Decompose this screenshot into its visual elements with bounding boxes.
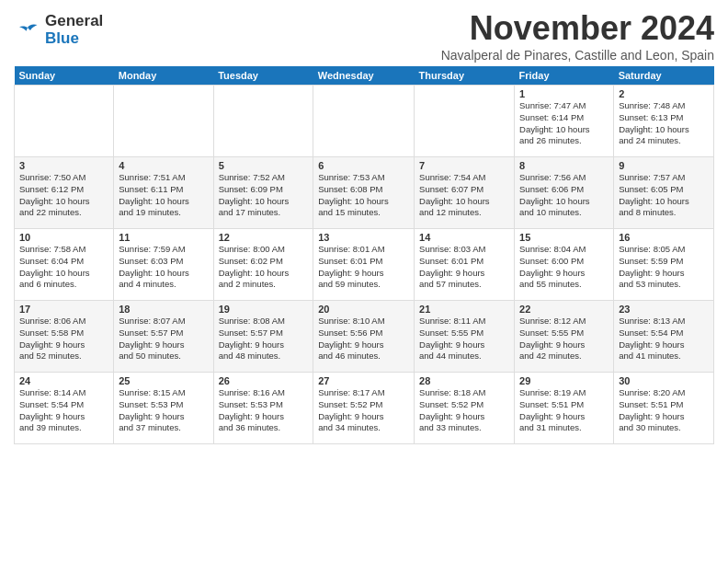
day-cell: 28Sunrise: 8:18 AM Sunset: 5:52 PM Dayli… — [415, 373, 515, 444]
day-number: 11 — [119, 232, 208, 243]
week-row-5: 24Sunrise: 8:14 AM Sunset: 5:54 PM Dayli… — [15, 373, 714, 444]
day-cell: 21Sunrise: 8:11 AM Sunset: 5:55 PM Dayli… — [415, 301, 515, 373]
day-number: 26 — [219, 375, 309, 386]
day-cell: 5Sunrise: 7:52 AM Sunset: 6:09 PM Daylig… — [213, 157, 313, 229]
header-cell-thursday: Thursday — [415, 66, 515, 86]
day-cell: 6Sunrise: 7:53 AM Sunset: 6:08 PM Daylig… — [313, 157, 415, 229]
header: General Blue November 2024 Navalperal de… — [14, 9, 714, 63]
day-cell: 30Sunrise: 8:20 AM Sunset: 5:51 PM Dayli… — [614, 373, 714, 444]
day-info: Sunrise: 8:16 AM Sunset: 5:53 PM Dayligh… — [219, 387, 309, 434]
day-info: Sunrise: 7:56 AM Sunset: 6:06 PM Dayligh… — [519, 172, 609, 219]
day-info: Sunrise: 8:00 AM Sunset: 6:02 PM Dayligh… — [219, 244, 309, 291]
day-cell: 12Sunrise: 8:00 AM Sunset: 6:02 PM Dayli… — [213, 229, 313, 301]
calendar-body: 1Sunrise: 7:47 AM Sunset: 6:14 PM Daylig… — [15, 86, 714, 444]
day-cell: 1Sunrise: 7:47 AM Sunset: 6:14 PM Daylig… — [515, 86, 614, 157]
day-cell: 11Sunrise: 7:59 AM Sunset: 6:03 PM Dayli… — [114, 229, 213, 301]
day-cell — [415, 86, 515, 157]
day-number: 16 — [619, 232, 709, 243]
location-subtitle: Navalperal de Pinares, Castille and Leon… — [441, 48, 714, 63]
day-number: 9 — [619, 160, 709, 171]
day-cell: 15Sunrise: 8:04 AM Sunset: 6:00 PM Dayli… — [515, 229, 614, 301]
day-number: 4 — [119, 160, 208, 171]
day-cell: 18Sunrise: 8:07 AM Sunset: 5:57 PM Dayli… — [114, 301, 213, 373]
day-info: Sunrise: 8:18 AM Sunset: 5:52 PM Dayligh… — [419, 387, 509, 434]
day-info: Sunrise: 7:54 AM Sunset: 6:07 PM Dayligh… — [419, 172, 509, 219]
day-cell: 25Sunrise: 8:15 AM Sunset: 5:53 PM Dayli… — [114, 373, 213, 444]
logo: General Blue — [14, 9, 103, 47]
day-cell: 4Sunrise: 7:51 AM Sunset: 6:11 PM Daylig… — [114, 157, 213, 229]
day-info: Sunrise: 8:05 AM Sunset: 5:59 PM Dayligh… — [619, 244, 709, 291]
day-number: 18 — [119, 304, 208, 315]
day-cell: 27Sunrise: 8:17 AM Sunset: 5:52 PM Dayli… — [313, 373, 415, 444]
day-info: Sunrise: 7:47 AM Sunset: 6:14 PM Dayligh… — [519, 100, 609, 147]
day-info: Sunrise: 7:57 AM Sunset: 6:05 PM Dayligh… — [619, 172, 709, 219]
page: General Blue November 2024 Navalperal de… — [0, 0, 728, 563]
header-cell-saturday: Saturday — [614, 66, 714, 86]
day-number: 21 — [419, 304, 509, 315]
day-number: 12 — [219, 232, 309, 243]
logo-blue: Blue — [45, 30, 103, 48]
day-cell — [213, 86, 313, 157]
day-number: 8 — [519, 160, 609, 171]
header-cell-sunday: Sunday — [15, 66, 114, 86]
day-cell: 29Sunrise: 8:19 AM Sunset: 5:51 PM Dayli… — [515, 373, 614, 444]
day-number: 30 — [619, 375, 709, 386]
logo-bird-icon — [14, 22, 41, 39]
day-info: Sunrise: 8:12 AM Sunset: 5:55 PM Dayligh… — [519, 316, 609, 362]
day-info: Sunrise: 7:52 AM Sunset: 6:09 PM Dayligh… — [219, 172, 309, 219]
day-number: 25 — [119, 375, 208, 386]
day-cell: 10Sunrise: 7:58 AM Sunset: 6:04 PM Dayli… — [15, 229, 114, 301]
day-cell: 17Sunrise: 8:06 AM Sunset: 5:58 PM Dayli… — [15, 301, 114, 373]
day-info: Sunrise: 7:58 AM Sunset: 6:04 PM Dayligh… — [19, 244, 108, 291]
day-number: 7 — [419, 160, 509, 171]
day-cell — [313, 86, 415, 157]
day-number: 20 — [318, 304, 409, 315]
header-cell-monday: Monday — [114, 66, 213, 86]
day-info: Sunrise: 7:48 AM Sunset: 6:13 PM Dayligh… — [619, 100, 709, 147]
day-info: Sunrise: 8:01 AM Sunset: 6:01 PM Dayligh… — [318, 244, 409, 291]
day-number: 19 — [219, 304, 309, 315]
week-row-4: 17Sunrise: 8:06 AM Sunset: 5:58 PM Dayli… — [15, 301, 714, 373]
header-cell-friday: Friday — [515, 66, 614, 86]
week-row-1: 1Sunrise: 7:47 AM Sunset: 6:14 PM Daylig… — [15, 86, 714, 157]
day-number: 28 — [419, 375, 509, 386]
day-cell — [15, 86, 114, 157]
day-number: 5 — [219, 160, 309, 171]
day-number: 3 — [19, 160, 108, 171]
day-cell: 7Sunrise: 7:54 AM Sunset: 6:07 PM Daylig… — [415, 157, 515, 229]
week-row-2: 3Sunrise: 7:50 AM Sunset: 6:12 PM Daylig… — [15, 157, 714, 229]
day-info: Sunrise: 8:04 AM Sunset: 6:00 PM Dayligh… — [519, 244, 609, 291]
day-info: Sunrise: 7:51 AM Sunset: 6:11 PM Dayligh… — [119, 172, 208, 219]
day-info: Sunrise: 8:10 AM Sunset: 5:56 PM Dayligh… — [318, 316, 409, 362]
month-title: November 2024 — [441, 9, 714, 48]
day-cell: 22Sunrise: 8:12 AM Sunset: 5:55 PM Dayli… — [515, 301, 614, 373]
day-cell: 3Sunrise: 7:50 AM Sunset: 6:12 PM Daylig… — [15, 157, 114, 229]
day-number: 6 — [318, 160, 409, 171]
title-area: November 2024 Navalperal de Pinares, Cas… — [441, 9, 714, 63]
day-info: Sunrise: 8:06 AM Sunset: 5:58 PM Dayligh… — [19, 316, 108, 362]
day-info: Sunrise: 8:07 AM Sunset: 5:57 PM Dayligh… — [119, 316, 208, 362]
day-info: Sunrise: 8:17 AM Sunset: 5:52 PM Dayligh… — [318, 387, 409, 434]
day-info: Sunrise: 8:03 AM Sunset: 6:01 PM Dayligh… — [419, 244, 509, 291]
day-info: Sunrise: 8:14 AM Sunset: 5:54 PM Dayligh… — [19, 387, 108, 434]
day-number: 13 — [318, 232, 409, 243]
day-info: Sunrise: 8:08 AM Sunset: 5:57 PM Dayligh… — [219, 316, 309, 362]
day-number: 14 — [419, 232, 509, 243]
header-cell-tuesday: Tuesday — [213, 66, 313, 86]
day-cell: 14Sunrise: 8:03 AM Sunset: 6:01 PM Dayli… — [415, 229, 515, 301]
day-number: 27 — [318, 375, 409, 386]
day-info: Sunrise: 7:59 AM Sunset: 6:03 PM Dayligh… — [119, 244, 208, 291]
logo-general: General — [45, 13, 103, 30]
day-info: Sunrise: 8:15 AM Sunset: 5:53 PM Dayligh… — [119, 387, 208, 434]
day-cell: 19Sunrise: 8:08 AM Sunset: 5:57 PM Dayli… — [213, 301, 313, 373]
day-cell: 2Sunrise: 7:48 AM Sunset: 6:13 PM Daylig… — [614, 86, 714, 157]
day-number: 2 — [619, 88, 709, 99]
header-cell-wednesday: Wednesday — [313, 66, 415, 86]
day-number: 10 — [19, 232, 108, 243]
calendar-header: SundayMondayTuesdayWednesdayThursdayFrid… — [15, 66, 714, 86]
day-info: Sunrise: 7:50 AM Sunset: 6:12 PM Dayligh… — [19, 172, 108, 219]
day-cell: 26Sunrise: 8:16 AM Sunset: 5:53 PM Dayli… — [213, 373, 313, 444]
day-number: 1 — [519, 88, 609, 99]
week-row-3: 10Sunrise: 7:58 AM Sunset: 6:04 PM Dayli… — [15, 229, 714, 301]
day-cell: 9Sunrise: 7:57 AM Sunset: 6:05 PM Daylig… — [614, 157, 714, 229]
